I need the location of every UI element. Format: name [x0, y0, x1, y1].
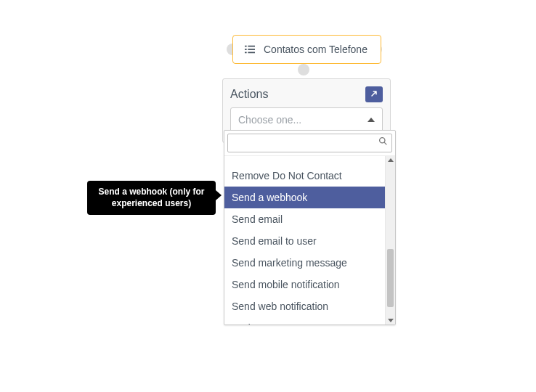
dropdown-item[interactable]: Update contact	[224, 317, 385, 324]
svg-rect-3	[248, 49, 255, 50]
action-select-placeholder: Choose one...	[238, 114, 301, 126]
dropdown-item[interactable]: Send mobile notification	[224, 274, 385, 295]
search-input[interactable]	[227, 134, 392, 152]
dropdown-item[interactable]: Send email	[224, 208, 385, 230]
svg-rect-1	[248, 46, 255, 47]
action-select[interactable]: Choose one...	[230, 107, 383, 132]
action-dropdown: … Remove Do Not Contact Send a webhook S…	[224, 130, 396, 325]
source-node-label: Contatos com Telefone	[264, 44, 368, 55]
tooltip: Send a webhook (only for experienced use…	[87, 181, 216, 215]
dropdown-item-cutoff[interactable]: …	[224, 156, 385, 165]
dropdown-item[interactable]: Send email to user	[224, 230, 385, 252]
svg-rect-2	[245, 49, 247, 50]
scrollbar[interactable]	[385, 156, 395, 324]
dropdown-item[interactable]: Send web notification	[224, 295, 385, 317]
dropdown-item-selected[interactable]: Send a webhook	[224, 187, 385, 208]
svg-rect-4	[245, 52, 247, 54]
svg-rect-0	[245, 46, 247, 47]
arrow-up-right-icon	[370, 88, 378, 101]
dropdown-item[interactable]: Send marketing message	[224, 252, 385, 274]
svg-rect-5	[248, 52, 255, 54]
scroll-up-icon[interactable]	[388, 158, 394, 162]
caret-up-icon	[368, 118, 375, 122]
list-icon	[245, 44, 255, 54]
actions-title: Actions	[230, 88, 268, 101]
dropdown-list: … Remove Do Not Contact Send a webhook S…	[224, 156, 385, 324]
scroll-down-icon[interactable]	[388, 319, 394, 322]
collapse-button[interactable]	[365, 86, 383, 102]
source-node[interactable]: Contatos com Telefone	[232, 35, 381, 64]
actions-header: Actions	[230, 86, 383, 102]
tooltip-text: Send a webhook (only for experienced use…	[98, 187, 204, 208]
dropdown-search-wrap	[224, 131, 395, 156]
dropdown-item[interactable]: Remove Do Not Contact	[224, 165, 385, 187]
connector-dot-bottom	[298, 64, 309, 75]
scroll-thumb[interactable]	[387, 249, 394, 307]
